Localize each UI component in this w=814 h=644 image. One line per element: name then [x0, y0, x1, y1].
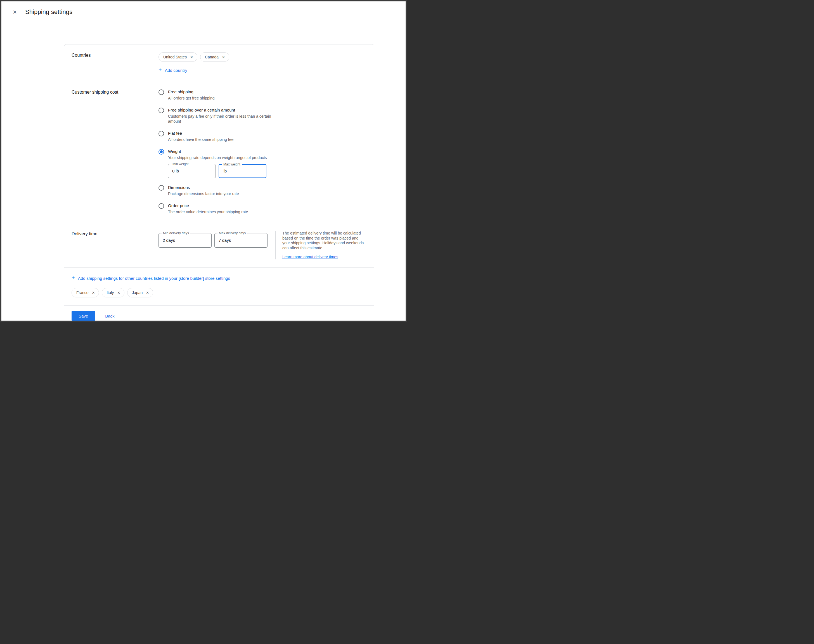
plus-icon: + — [158, 67, 162, 73]
option-title: Dimensions — [168, 185, 239, 190]
chip-label: United States — [163, 55, 187, 59]
add-country-label: Add country — [165, 68, 187, 73]
add-other-countries-button[interactable]: + Add shipping settings for other countr… — [72, 275, 230, 281]
other-country-chip-row: France ✕ Italy ✕ Japan ✕ — [72, 288, 367, 297]
radio-button[interactable] — [158, 131, 164, 136]
option-title: Free shipping over a certain amount — [168, 107, 272, 113]
plus-icon: + — [72, 275, 75, 281]
add-country-button[interactable]: + Add country — [158, 67, 187, 73]
min-weight-label: Min weight — [171, 162, 190, 166]
radio-button[interactable] — [158, 107, 164, 113]
chip-label: France — [76, 290, 89, 295]
delivery-time-section: Delivery time Min delivery days 2 days M… — [64, 223, 374, 267]
delivery-content: Min delivery days 2 days Max delivery da… — [158, 231, 367, 259]
min-delivery-days-value: 2 days — [159, 233, 212, 247]
option-title: Weight — [168, 149, 267, 154]
option-title: Flat fee — [168, 130, 233, 136]
chip-label: Canada — [205, 55, 219, 59]
option-description: Customers pay a fee only if their order … — [168, 114, 272, 124]
text-cursor — [223, 169, 223, 173]
radio-button[interactable] — [158, 89, 164, 95]
min-delivery-days-field[interactable]: Min delivery days 2 days — [158, 233, 212, 248]
delivery-time-label: Delivery time — [72, 231, 158, 259]
option-description: Package dimensions factor into your rate — [168, 191, 239, 196]
country-chip-united-states[interactable]: United States ✕ — [158, 52, 197, 62]
add-other-countries-label: Add shipping settings for other countrie… — [78, 276, 230, 281]
country-chip-canada[interactable]: Canada ✕ — [200, 52, 229, 62]
radio-button[interactable] — [158, 203, 164, 209]
chip-label: Japan — [132, 290, 143, 295]
max-delivery-days-field[interactable]: Max delivery days 7 days — [215, 233, 268, 248]
max-delivery-days-label: Max delivery days — [218, 231, 247, 235]
remove-country-icon[interactable]: ✕ — [146, 291, 149, 294]
radio-option-weight[interactable]: Weight Your shipping rate depends on wei… — [158, 149, 367, 178]
page-title: Shipping settings — [25, 8, 72, 16]
radio-option-flat-fee[interactable]: Flat fee All orders have the same shippi… — [158, 130, 367, 142]
shipping-cost-label: Customer shipping cost — [72, 89, 158, 215]
top-bar: ✕ Shipping settings — [2, 2, 406, 23]
chip-label: Italy — [106, 290, 114, 295]
shipping-cost-options: Free shipping All orders get free shippi… — [158, 89, 367, 215]
country-chip-france[interactable]: France ✕ — [72, 288, 99, 297]
radio-option-order-price[interactable]: Order price The order value determines y… — [158, 203, 367, 215]
min-delivery-days-label: Min delivery days — [162, 231, 190, 235]
max-weight-value: lb — [219, 165, 266, 178]
delivery-info-text: The estimated delivery time will be calc… — [282, 231, 365, 250]
close-icon[interactable]: ✕ — [11, 8, 19, 16]
max-delivery-days-value: 7 days — [215, 233, 267, 247]
radio-option-free-over-amount[interactable]: Free shipping over a certain amount Cust… — [158, 107, 367, 124]
delivery-fields: Min delivery days 2 days Max delivery da… — [158, 233, 268, 248]
countries-section: Countries United States ✕ Canada ✕ + Add… — [64, 44, 374, 81]
other-countries-section: + Add shipping settings for other countr… — [64, 267, 374, 305]
countries-content: United States ✕ Canada ✕ + Add country — [158, 52, 367, 73]
option-description: All orders have the same shipping fee — [168, 137, 233, 142]
back-button[interactable]: Back — [105, 314, 114, 318]
min-weight-field[interactable]: Min weight 0 lb — [168, 164, 216, 178]
country-chip-japan[interactable]: Japan ✕ — [127, 288, 153, 297]
remove-country-icon[interactable]: ✕ — [190, 55, 193, 59]
option-title: Order price — [168, 203, 248, 209]
learn-more-link[interactable]: Learn more about delivery times — [282, 255, 338, 259]
shipping-cost-section: Customer shipping cost Free shipping All… — [64, 81, 374, 223]
shipping-settings-window: ✕ Shipping settings Countries United Sta… — [0, 0, 407, 322]
settings-card: Countries United States ✕ Canada ✕ + Add… — [64, 44, 374, 322]
save-button[interactable]: Save — [72, 311, 95, 321]
max-weight-field[interactable]: Max weight lb — [219, 164, 267, 178]
radio-button[interactable] — [158, 149, 164, 155]
weight-fields: Min weight 0 lb Max weight lb — [168, 164, 267, 178]
option-description: Your shipping rate depends on weight ran… — [168, 155, 267, 160]
countries-label: Countries — [72, 52, 158, 73]
delivery-info: The estimated delivery time will be calc… — [275, 231, 365, 259]
radio-option-free-shipping[interactable]: Free shipping All orders get free shippi… — [158, 89, 367, 101]
max-weight-label: Max weight — [222, 163, 242, 166]
radio-option-dimensions[interactable]: Dimensions Package dimensions factor int… — [158, 185, 367, 196]
min-weight-value: 0 lb — [168, 164, 216, 178]
footer: Save Back — [64, 305, 374, 322]
remove-country-icon[interactable]: ✕ — [92, 291, 95, 294]
radio-button[interactable] — [158, 185, 164, 191]
remove-country-icon[interactable]: ✕ — [117, 291, 120, 294]
remove-country-icon[interactable]: ✕ — [222, 55, 225, 59]
country-chip-italy[interactable]: Italy ✕ — [102, 288, 124, 297]
option-description: The order value determines your shipping… — [168, 209, 248, 215]
country-chip-row: United States ✕ Canada ✕ — [158, 52, 367, 62]
option-title: Free shipping — [168, 89, 215, 95]
option-description: All orders get free shipping — [168, 96, 215, 101]
